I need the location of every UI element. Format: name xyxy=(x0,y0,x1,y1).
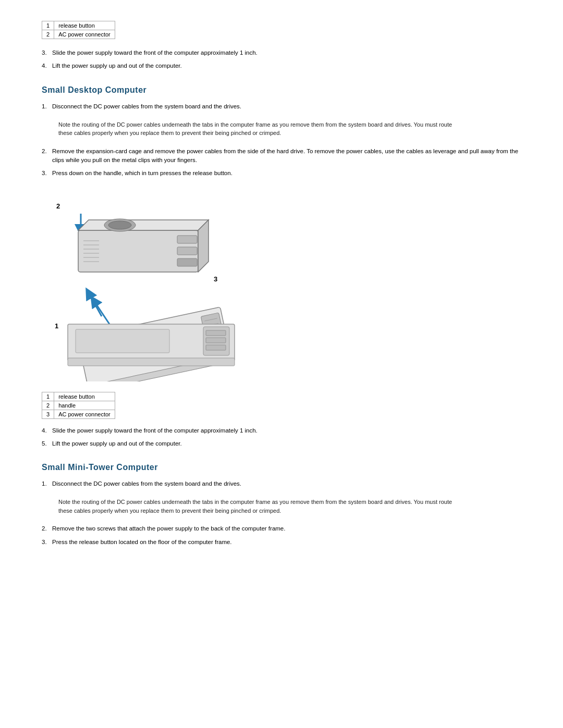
small-mini-tower-steps-rest: 2.Remove the two screws that attach the … xyxy=(42,524,521,547)
small-desktop-heading: Small Desktop Computer xyxy=(42,85,521,95)
step-item: 5.Lift the power supply up and out of th… xyxy=(42,439,521,448)
legend-label: release button xyxy=(54,21,115,30)
svg-rect-32 xyxy=(76,329,169,353)
step-text: Slide the power supply toward the front … xyxy=(52,427,258,434)
step-num: 1. xyxy=(42,479,47,488)
step-item: 4.Lift the power supply up and out of th… xyxy=(42,61,521,70)
step-text: Remove the two screws that attach the po… xyxy=(52,525,285,532)
legend-num: 2 xyxy=(42,401,54,410)
svg-text:1: 1 xyxy=(55,322,58,330)
step-num: 3. xyxy=(42,169,47,178)
step-item: 2.Remove the two screws that attach the … xyxy=(42,524,521,533)
step-item: 2.Remove the expansion-card cage and rem… xyxy=(42,147,521,165)
step-item: 1.Disconnect the DC power cables from th… xyxy=(42,102,521,111)
desktop-diagram-svg: 2 xyxy=(42,189,261,381)
step-text: Remove the expansion-card cage and remov… xyxy=(52,148,518,163)
step-text: Press the release button located on the … xyxy=(52,539,232,545)
step-num: 3. xyxy=(42,48,47,57)
legend-row: 2handle xyxy=(42,401,115,410)
svg-text:2: 2 xyxy=(56,202,60,210)
small-desktop-note: Note the routing of the DC power cables … xyxy=(52,116,469,142)
svg-rect-36 xyxy=(206,345,226,350)
step-text: Lift the power supply up and out of the … xyxy=(52,440,182,447)
step-item: 3.Slide the power supply toward the fron… xyxy=(42,48,521,57)
step-num: 1. xyxy=(42,102,47,111)
svg-rect-24 xyxy=(177,247,197,255)
legend-num: 3 xyxy=(42,410,54,418)
step-num: 4. xyxy=(42,61,47,70)
desktop-diagram: 2 xyxy=(42,189,261,381)
step-item: 1.Disconnect the DC power cables from th… xyxy=(42,479,521,488)
top-legend-table: 1release button2AC power connector xyxy=(42,21,115,39)
step-text: Disconnect the DC power cables from the … xyxy=(52,103,241,109)
top-steps-list: 3.Slide the power supply toward the fron… xyxy=(42,48,521,71)
legend-row: 1release button xyxy=(42,392,115,401)
svg-text:3: 3 xyxy=(214,275,217,283)
svg-marker-13 xyxy=(78,220,209,230)
small-mini-tower-step1: 1.Disconnect the DC power cables from th… xyxy=(42,479,521,488)
svg-rect-25 xyxy=(177,258,197,266)
legend-label: AC power connector xyxy=(54,410,115,418)
legend-label: handle xyxy=(54,401,115,410)
small-mini-tower-heading: Small Mini-Tower Computer xyxy=(42,463,521,472)
svg-point-16 xyxy=(108,221,131,229)
svg-line-26 xyxy=(89,293,102,316)
legend-row: 3AC power connector xyxy=(42,410,115,418)
legend-label: AC power connector xyxy=(54,30,115,39)
legend-row: 1release button xyxy=(42,21,115,30)
step-item: 4.Slide the power supply toward the fron… xyxy=(42,426,521,435)
step-text: Press down on the handle, which in turn … xyxy=(52,170,232,176)
legend-row: 2AC power connector xyxy=(42,30,115,39)
small-mini-tower-note: Note the routing of the DC power cables … xyxy=(52,493,469,519)
small-desktop-steps-1: 1.Disconnect the DC power cables from th… xyxy=(42,102,521,111)
legend-num: 1 xyxy=(42,392,54,401)
small-desktop-steps-rest: 2.Remove the expansion-card cage and rem… xyxy=(42,147,521,178)
legend-label: release button xyxy=(54,392,115,401)
step-num: 3. xyxy=(42,538,47,547)
step-text: Disconnect the DC power cables from the … xyxy=(52,480,241,487)
step-text: Slide the power supply toward the front … xyxy=(52,50,258,56)
step-num: 4. xyxy=(42,426,47,435)
svg-rect-23 xyxy=(177,236,197,243)
svg-rect-35 xyxy=(206,338,226,343)
legend-num: 1 xyxy=(42,21,54,30)
legend-num: 2 xyxy=(42,30,54,39)
small-desktop-steps-45: 4.Slide the power supply toward the fron… xyxy=(42,426,521,449)
step-num: 5. xyxy=(42,439,47,448)
svg-rect-31 xyxy=(68,358,235,366)
svg-rect-34 xyxy=(206,330,226,336)
step-num: 2. xyxy=(42,147,47,156)
small-desktop-legend-table: 1release button2handle3AC power connecto… xyxy=(42,392,115,419)
svg-line-27 xyxy=(94,301,109,324)
step-item: 3.Press down on the handle, which in tur… xyxy=(42,169,521,178)
step-num: 2. xyxy=(42,524,47,533)
top-legend-section: 1release button2AC power connector xyxy=(42,21,521,39)
step-item: 3.Press the release button located on th… xyxy=(42,538,521,547)
step-text: Lift the power supply up and out of the … xyxy=(52,63,182,69)
